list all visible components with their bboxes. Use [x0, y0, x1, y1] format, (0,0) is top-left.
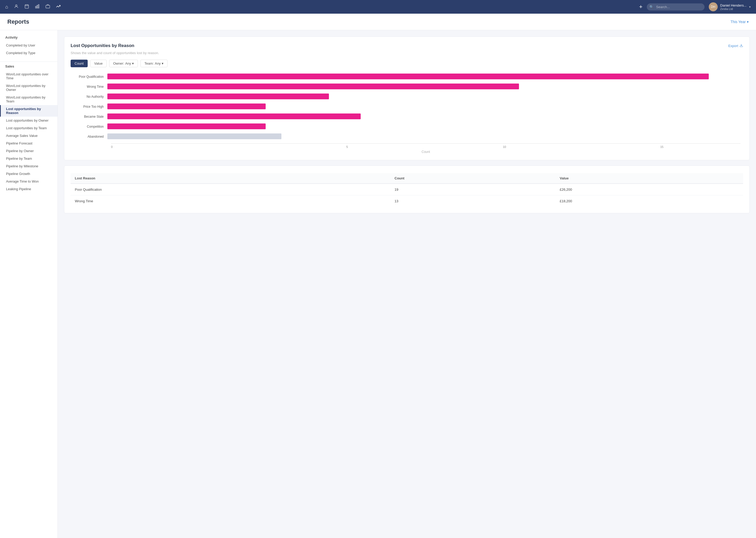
team-filter[interactable]: Team: Any ▾ — [140, 60, 167, 67]
bar-container — [107, 103, 740, 110]
period-chevron-icon: ▾ — [747, 20, 749, 24]
owner-filter-label: Owner: — [113, 62, 124, 65]
export-icon — [739, 44, 743, 48]
export-button[interactable]: Export — [728, 44, 743, 48]
search-wrap: 🔍 — [647, 3, 705, 11]
bar — [107, 93, 329, 99]
chart-row: Competition — [73, 124, 740, 130]
bar — [107, 114, 361, 119]
chart-area: Poor Qualification Wrong Time No Authori… — [71, 74, 743, 154]
export-label: Export — [728, 44, 738, 48]
calendar-icon[interactable] — [24, 4, 29, 10]
topnav-right: + 🔍 DH Daniel Henders... Zestia Ltd ▾ — [639, 2, 751, 11]
report-card-title: Lost Opportunities by Reason — [71, 43, 134, 48]
x-tick: 0 — [111, 145, 268, 148]
col-value: Value — [555, 173, 743, 184]
x-tick: 10 — [426, 145, 583, 148]
page-header: Reports This Year ▾ — [0, 14, 756, 30]
chart-x-label: Count — [73, 150, 740, 154]
chart-row: Abandoned — [73, 134, 740, 140]
chart-bars: Poor Qualification Wrong Time No Authori… — [73, 74, 740, 140]
sidebar-item-wonlost-over-time[interactable]: Won/Lost opportunities over Time — [0, 71, 58, 82]
svg-rect-6 — [37, 5, 37, 8]
sidebar-item-lost-by-reason[interactable]: Lost opportunities by Reason — [0, 105, 58, 117]
user-icon[interactable] — [14, 4, 19, 10]
sidebar-item-lost-by-owner[interactable]: Lost opportunities by Owner — [0, 117, 58, 124]
period-selector[interactable]: This Year ▾ — [731, 20, 749, 24]
chart-row: Price Too High — [73, 103, 740, 110]
sidebar: Activity Completed by User Completed by … — [0, 30, 58, 538]
sidebar-item-wonlost-by-team[interactable]: Won/Lost opportunities by Team — [0, 93, 58, 105]
bar-label: No Authority — [73, 95, 107, 98]
user-info: Daniel Henders... Zestia Ltd — [720, 3, 746, 11]
owner-chevron-icon: ▾ — [132, 62, 134, 65]
bar — [107, 134, 281, 139]
sidebar-item-pipeline-growth[interactable]: Pipeline Growth — [0, 170, 58, 178]
bar-label: Wrong Time — [73, 85, 107, 88]
sidebar-section-sales: Sales Won/Lost opportunities over Time W… — [0, 64, 58, 193]
value-toggle[interactable]: Value — [90, 60, 107, 67]
sidebar-item-completed-by-type[interactable]: Completed by Type — [0, 49, 58, 57]
sidebar-item-avg-sales-value[interactable]: Average Sales Value — [0, 132, 58, 139]
owner-filter[interactable]: Owner: Any ▾ — [109, 60, 138, 67]
add-button[interactable]: + — [639, 3, 642, 10]
sidebar-section-sales-title: Sales — [0, 64, 58, 71]
data-table-card: Lost Reason Count Value Poor Qualificati… — [64, 166, 750, 213]
team-filter-value: Any — [155, 62, 161, 65]
bar-container — [107, 114, 740, 120]
trend-icon[interactable] — [56, 4, 61, 10]
bar — [107, 83, 519, 89]
sidebar-item-pipeline-by-owner[interactable]: Pipeline by Owner — [0, 147, 58, 155]
sidebar-item-lost-by-team[interactable]: Lost opportunities by Team — [0, 124, 58, 132]
cell-value: £18,200 — [555, 195, 743, 207]
count-toggle[interactable]: Count — [71, 60, 88, 67]
report-card: Lost Opportunities by Reason Export Show… — [64, 36, 750, 160]
page-title: Reports — [7, 19, 29, 25]
col-lost-reason: Lost Reason — [71, 173, 390, 184]
sidebar-item-wonlost-by-owner[interactable]: Won/Lost opportunities by Owner — [0, 82, 58, 93]
search-input[interactable] — [647, 3, 705, 11]
svg-rect-7 — [38, 4, 39, 8]
report-description: Shows the value and count of opportuniti… — [71, 51, 743, 55]
sidebar-item-leaking-pipeline[interactable]: Leaking Pipeline — [0, 185, 58, 193]
svg-point-0 — [16, 5, 17, 6]
sidebar-item-pipeline-forecast[interactable]: Pipeline Forecast — [0, 139, 58, 147]
svg-rect-8 — [46, 5, 50, 8]
table-row: Wrong Time 13 £18,200 — [71, 195, 743, 207]
bar-container — [107, 124, 740, 130]
cell-reason: Wrong Time — [71, 195, 390, 207]
svg-rect-1 — [25, 5, 28, 8]
table-row: Poor Qualification 19 £26,200 — [71, 184, 743, 195]
main-layout: Activity Completed by User Completed by … — [0, 30, 756, 538]
svg-rect-5 — [35, 6, 36, 8]
home-icon[interactable]: ⌂ — [5, 4, 8, 10]
sidebar-item-avg-time-to-won[interactable]: Average Time to Won — [0, 178, 58, 185]
period-label: This Year — [731, 20, 746, 24]
bar-label: Abandoned — [73, 135, 107, 138]
x-tick: 5 — [268, 145, 426, 148]
report-card-header: Lost Opportunities by Reason Export — [71, 43, 743, 48]
filters: Count Value Owner: Any ▾ Team: Any ▾ — [71, 60, 743, 67]
briefcase-icon[interactable] — [45, 4, 50, 10]
sidebar-section-activity-title: Activity — [0, 35, 58, 41]
chart-row: No Authority — [73, 93, 740, 100]
topnav-left: ⌂ — [5, 4, 61, 10]
sidebar-section-activity: Activity Completed by User Completed by … — [0, 35, 58, 57]
col-count: Count — [390, 173, 555, 184]
sidebar-item-pipeline-by-team[interactable]: Pipeline by Team — [0, 155, 58, 162]
search-icon: 🔍 — [649, 5, 654, 9]
bar-container — [107, 134, 740, 140]
bar — [107, 124, 266, 129]
sidebar-item-pipeline-by-milestone[interactable]: Pipeline by Milestone — [0, 162, 58, 170]
avatar: DH — [709, 2, 718, 11]
bar-container — [107, 74, 740, 80]
user-chevron-icon: ▾ — [749, 5, 751, 9]
bar-container — [107, 83, 740, 90]
bar-container — [107, 93, 740, 100]
sidebar-item-completed-by-user[interactable]: Completed by User — [0, 41, 58, 49]
table-head: Lost Reason Count Value — [71, 173, 743, 184]
chart-row: Poor Qualification — [73, 74, 740, 80]
chart-icon[interactable] — [35, 4, 40, 10]
user-menu[interactable]: DH Daniel Henders... Zestia Ltd ▾ — [709, 2, 751, 11]
cell-reason: Poor Qualification — [71, 184, 390, 195]
